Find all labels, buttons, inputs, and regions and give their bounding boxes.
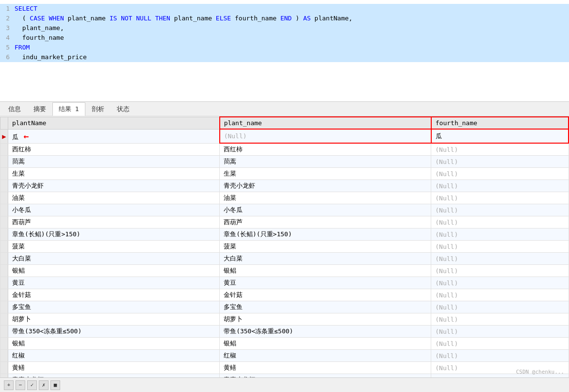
code-line: 5FROM <box>0 43 569 52</box>
col-header-indicator <box>0 117 8 129</box>
tab-结果-1[interactable]: 结果 1 <box>52 102 85 116</box>
toolbar-btn-4[interactable]: ■ <box>50 380 60 390</box>
row-indicator <box>0 204 8 216</box>
cell-plant_name: 生菜 <box>220 168 431 180</box>
tab-状态[interactable]: 状态 <box>111 102 136 116</box>
cell-fourth_name: (Null) <box>431 192 569 204</box>
line-number: 3 <box>0 23 15 33</box>
cell-plantName: 青壳小龙虾 <box>8 180 220 192</box>
code-line: 2 ( CASE WHEN plant_name IS NOT NULL THE… <box>0 14 569 23</box>
cell-plantName: 章鱼(长鲳)(只重>150) <box>8 229 220 241</box>
line-content: indu_market_price <box>15 52 569 62</box>
table-row: 红椒红椒(Null) <box>0 350 569 362</box>
cell-plantName: 银鲳 <box>8 265 220 277</box>
toolbar-btn-1[interactable]: − <box>16 380 25 390</box>
row-indicator <box>0 313 8 326</box>
cell-plant_name: 茼蒿 <box>220 156 431 168</box>
table-row: 黄鳝黄鳝(Null) <box>0 362 569 374</box>
row-indicator <box>0 241 8 253</box>
cell-fourth_name: (Null) <box>431 265 569 277</box>
col-header-plant_name[interactable]: plant_name <box>220 117 431 129</box>
code-editor: 1SELECT2 ( CASE WHEN plant_name IS NOT N… <box>0 0 569 102</box>
cell-plant_name: 胡萝卜 <box>220 313 431 326</box>
cell-fourth_name: (Null) <box>431 289 569 301</box>
row-indicator <box>0 326 8 338</box>
cell-plantName: 带鱼(350<冻条重≤500) <box>8 326 220 338</box>
toolbar-btn-3[interactable]: ✗ <box>39 380 49 390</box>
line-content: ( CASE WHEN plant_name IS NOT NULL THEN … <box>15 14 569 23</box>
cell-plantName: 金针菇 <box>8 289 220 301</box>
row-indicator <box>0 229 8 241</box>
line-content: SELECT <box>15 4 569 14</box>
row-indicator <box>0 265 8 277</box>
row-indicator <box>0 143 8 156</box>
toolbar-btn-0[interactable]: + <box>4 380 14 390</box>
cell-plant_name: 章鱼(长鲳)(只重>150) <box>220 229 431 241</box>
cell-plantName: 西红柿 <box>8 143 220 156</box>
line-number: 6 <box>0 52 15 62</box>
col-header-plantName[interactable]: plantName <box>8 117 220 129</box>
line-number: 4 <box>0 33 15 43</box>
cell-plant_name: 多宝鱼 <box>220 301 431 313</box>
line-content: fourth_name <box>15 33 569 43</box>
code-line: 3 plant_name, <box>0 23 569 33</box>
cell-plant_name: 菠菜 <box>220 241 431 253</box>
table-row: 茼蒿茼蒿(Null) <box>0 156 569 168</box>
table-row: 小冬瓜小冬瓜(Null) <box>0 204 569 216</box>
line-number: 2 <box>0 14 15 23</box>
table-row: 胡萝卜胡萝卜(Null) <box>0 313 569 326</box>
col-header-fourth_name[interactable]: fourth_name <box>431 117 569 129</box>
cell-fourth_name: (Null) <box>431 277 569 289</box>
table-row: 青壳小龙虾青壳小龙虾(Null) <box>0 180 569 192</box>
cell-fourth_name: (Null) <box>431 168 569 180</box>
row-indicator <box>0 374 8 378</box>
tabs-area: 信息摘要结果 1剖析状态 <box>0 102 569 116</box>
tab-摘要[interactable]: 摘要 <box>27 102 52 116</box>
table-row: 金针菇金针菇(Null) <box>0 289 569 301</box>
cell-plant_name: 带鱼(350<冻条重≤500) <box>220 326 431 338</box>
row-indicator <box>0 216 8 229</box>
table-row: ▶瓜 ←(Null)瓜 <box>0 129 569 143</box>
results-container: plantNameplant_namefourth_name ▶瓜 ←(Null… <box>0 116 569 377</box>
cell-fourth_name: (Null) <box>431 253 569 265</box>
cell-fourth_name: (Null) <box>431 301 569 313</box>
cell-plantName: 茼蒿 <box>8 156 220 168</box>
table-row: 生菜生菜(Null) <box>0 168 569 180</box>
cell-plantName: 胡萝卜 <box>8 313 220 326</box>
cell-plant_name: 油菜 <box>220 192 431 204</box>
cell-fourth_name: (Null) <box>431 204 569 216</box>
line-number: 1 <box>0 4 15 14</box>
cell-plantName: 银鲳 <box>8 338 220 350</box>
results-scroll-wrapper[interactable]: plantNameplant_namefourth_name ▶瓜 ←(Null… <box>0 116 569 377</box>
cell-plant_name: 黄鳝 <box>220 362 431 374</box>
table-row: 油菜油菜(Null) <box>0 192 569 204</box>
table-row: 带鱼(350<冻条重≤500)带鱼(350<冻条重≤500)(Null) <box>0 326 569 338</box>
cell-fourth_name: (Null) <box>431 338 569 350</box>
cell-plant_name: 青壳小龙虾 <box>220 374 431 378</box>
cell-plantName: 菠菜 <box>8 241 220 253</box>
cell-plant_name: 青壳小龙虾 <box>220 180 431 192</box>
cell-fourth_name: (Null) <box>431 229 569 241</box>
row-indicator <box>0 338 8 350</box>
table-row: 银鲳银鲳(Null) <box>0 338 569 350</box>
toolbar-btn-2[interactable]: ✓ <box>27 380 37 390</box>
cell-plantName: 小冬瓜 <box>8 204 220 216</box>
table-row: 大白菜大白菜(Null) <box>0 253 569 265</box>
cell-plantName: 瓜 ← <box>8 129 220 143</box>
cell-plant_name: 银鲳 <box>220 338 431 350</box>
row-indicator <box>0 168 8 180</box>
cell-plant_name: 金针菇 <box>220 289 431 301</box>
tab-信息[interactable]: 信息 <box>2 102 27 116</box>
cell-plant_name: 红椒 <box>220 350 431 362</box>
table-row: 菠菜菠菜(Null) <box>0 241 569 253</box>
tab-剖析[interactable]: 剖析 <box>85 102 111 116</box>
cell-fourth_name: (Null) <box>431 143 569 156</box>
table-row: 章鱼(长鲳)(只重>150)章鱼(长鲳)(只重>150)(Null) <box>0 229 569 241</box>
cell-plant_name: 黄豆 <box>220 277 431 289</box>
cell-fourth_name: (Null) <box>431 326 569 338</box>
line-content: plant_name, <box>15 23 569 33</box>
cell-plantName: 青壳小龙虾 <box>8 374 220 378</box>
table-row: 西红柿西红柿(Null) <box>0 143 569 156</box>
cell-fourth_name: (Null) <box>431 313 569 326</box>
row-indicator <box>0 301 8 313</box>
